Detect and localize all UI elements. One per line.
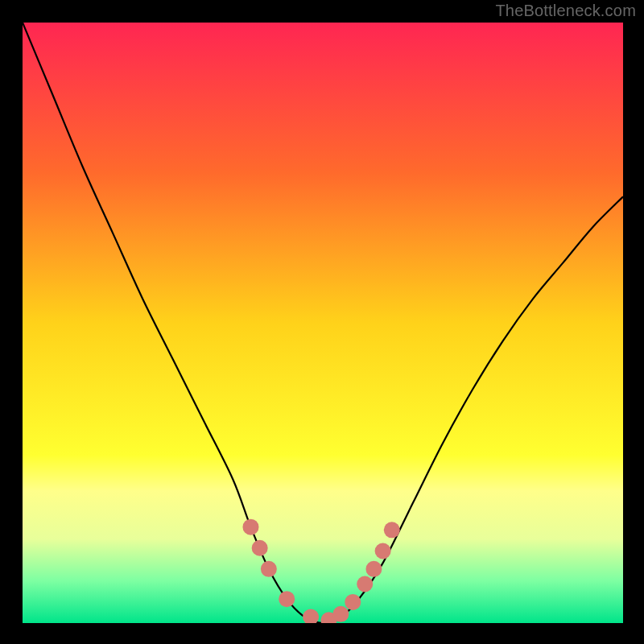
plot-background [23,23,623,623]
highlight-dot [252,540,268,556]
chart-stage: TheBottleneck.com [0,0,644,644]
highlight-dot [345,594,361,610]
bottleneck-chart [0,0,644,644]
highlight-dot [242,519,258,535]
highlight-dot [279,591,295,607]
highlight-dot [375,543,391,559]
highlight-dot [261,561,277,577]
highlight-dot [357,576,373,592]
highlight-dot [365,561,382,577]
watermark-text: TheBottleneck.com [495,2,636,20]
highlight-dot [384,522,400,538]
highlight-dot [303,609,319,625]
highlight-dot [332,606,349,622]
